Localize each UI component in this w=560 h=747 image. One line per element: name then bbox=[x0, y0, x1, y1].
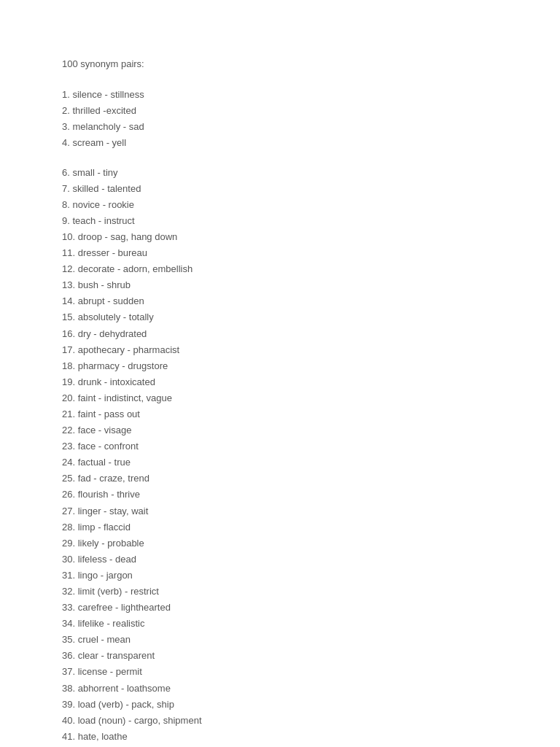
list-item: 18. pharmacy - drugstore bbox=[62, 358, 502, 374]
list-item: 14. abrupt - sudden bbox=[62, 293, 502, 309]
list-item: 13. bush - shrub bbox=[62, 277, 502, 293]
synonym-list: 1. silence - stillness2. thrilled -excit… bbox=[62, 87, 502, 747]
list-item: 26. flourish - thrive bbox=[62, 487, 502, 503]
list-item: 16. dry - dehydrated bbox=[62, 326, 502, 342]
list-item: 28. limp - flaccid bbox=[62, 519, 502, 535]
list-item: 38. abhorrent - loathsome bbox=[62, 681, 502, 697]
list-item: 27. linger - stay, wait bbox=[62, 503, 502, 519]
list-item bbox=[62, 151, 502, 164]
list-item: 37. license - permit bbox=[62, 664, 502, 680]
page-heading: 100 synonym pairs: bbox=[62, 58, 502, 69]
list-item: 33. carefree - lighthearted bbox=[62, 600, 502, 616]
list-item: 30. lifeless - dead bbox=[62, 551, 502, 568]
list-item: 40. load (noun) - cargo, shipment bbox=[62, 713, 502, 729]
list-item: 31. lingo - jargon bbox=[62, 568, 502, 584]
list-item: 15. absolutely - totally bbox=[62, 309, 502, 325]
list-item: 8. novice - rookie bbox=[62, 197, 502, 213]
list-item: 17. apothecary - pharmacist bbox=[62, 342, 502, 358]
list-item: 19. drunk - intoxicated bbox=[62, 374, 502, 390]
list-item: 29. likely - probable bbox=[62, 535, 502, 551]
list-item: 36. clear - transparent bbox=[62, 648, 502, 664]
list-item: 39. load (verb) - pack, ship bbox=[62, 697, 502, 713]
list-item: 22. face - visage bbox=[62, 422, 502, 438]
list-item: 12. decorate - adorn, embellish bbox=[62, 261, 502, 277]
list-item: 2. thrilled -excited bbox=[62, 103, 502, 119]
list-item: 35. cruel - mean bbox=[62, 632, 502, 648]
list-item: 6. small - tiny bbox=[62, 165, 502, 181]
list-item: 3. melancholy - sad bbox=[62, 119, 502, 135]
list-item: 10. droop - sag, hang down bbox=[62, 229, 502, 245]
list-item: 9. teach - instruct bbox=[62, 213, 502, 229]
list-item: 1. silence - stillness bbox=[62, 87, 502, 103]
list-item: 41. hate, loathe bbox=[62, 729, 502, 745]
list-item: 20. faint - indistinct, vague bbox=[62, 390, 502, 406]
list-item: 23. face - confront bbox=[62, 438, 502, 454]
list-item: 7. skilled - talented bbox=[62, 181, 502, 197]
page-content: 100 synonym pairs: 1. silence - stillnes… bbox=[0, 0, 560, 747]
list-item: 34. lifelike - realistic bbox=[62, 616, 502, 632]
list-item: 24. factual - true bbox=[62, 454, 502, 471]
list-item: 11. dresser - bureau bbox=[62, 245, 502, 261]
list-item: 4. scream - yell bbox=[62, 135, 502, 151]
list-item: 32. limit (verb) - restrict bbox=[62, 584, 502, 600]
list-item: 21. faint - pass out bbox=[62, 406, 502, 422]
list-item: 25. fad - craze, trend bbox=[62, 471, 502, 487]
